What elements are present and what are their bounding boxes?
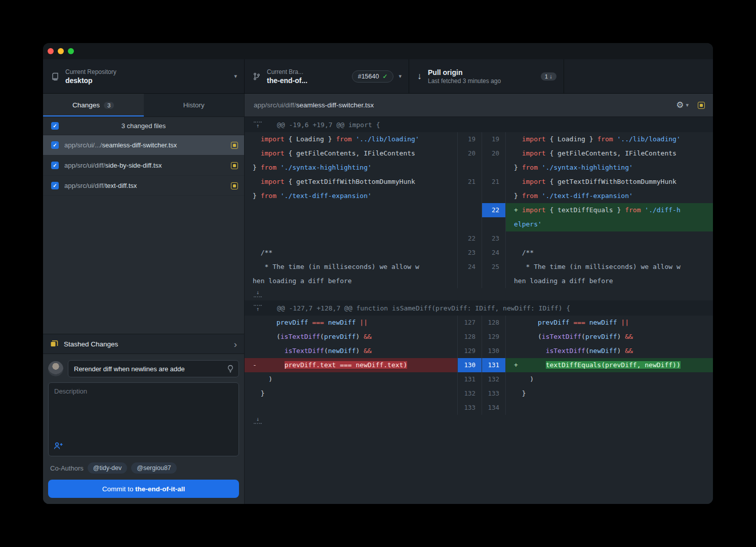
app-body: Changes 3 History ✓ 3 changed files ✓app… [43, 94, 713, 504]
new-line-number[interactable]: 21 [482, 175, 506, 189]
old-line-number[interactable]: 130 [457, 358, 482, 372]
diff-row: }132133 } [245, 386, 713, 401]
file-path-name: seamless-diff-switcher.tsx [296, 101, 374, 109]
branch-selector[interactable]: Current Bra... the-end-of... #15640 ✓ ▾ [245, 59, 409, 93]
sidebar-tabbar: Changes 3 History [43, 94, 244, 117]
new-line-number[interactable]: 134 [482, 401, 506, 415]
file-row[interactable]: ✓app/src/ui/diff/side-by-side-diff.tsx [43, 155, 244, 176]
new-line-number[interactable]: 19 [482, 132, 506, 146]
file-checkbox[interactable]: ✓ [51, 182, 59, 189]
old-line-number[interactable]: 24 [457, 260, 482, 274]
repository-label: Current Repository [65, 68, 229, 75]
new-line-number[interactable]: 25 [482, 260, 506, 274]
close-window-button[interactable] [48, 48, 54, 54]
new-line-number[interactable]: 24 [482, 246, 506, 260]
expand-down-button[interactable]: ↓ [253, 417, 263, 425]
new-line-number[interactable]: 130 [482, 344, 506, 358]
old-line-number[interactable]: 127 [457, 316, 482, 330]
minimize-window-button[interactable] [58, 48, 64, 54]
file-path: app/src/ui/diff/side-by-side-diff.tsx [64, 162, 225, 169]
old-line-number[interactable]: 133 [457, 401, 482, 415]
new-line-number[interactable]: 131 [482, 358, 506, 372]
new-line-number[interactable]: 133 [482, 386, 506, 401]
toolbar: Current Repository desktop ▾ Current Bra… [43, 59, 713, 94]
old-line-number[interactable]: 19 [457, 132, 482, 146]
diff-options-button[interactable]: ⚙ ▾ [676, 101, 689, 109]
pull-request-badge[interactable]: #15640 ✓ [352, 70, 394, 83]
new-line-number[interactable]: 23 [482, 231, 506, 246]
pull-origin-button[interactable]: ↓ Pull origin Last fetched 3 minutes ago… [409, 59, 564, 93]
summary-input[interactable] [68, 360, 239, 377]
tab-history[interactable]: History [144, 94, 245, 116]
lightbulb-icon[interactable] [226, 365, 234, 375]
old-line-number[interactable]: 131 [457, 372, 482, 386]
pull-request-number: #15640 [358, 73, 379, 80]
old-line-number[interactable]: 23 [457, 246, 482, 260]
new-line-number[interactable]: 20 [482, 146, 506, 161]
coauthor-badge[interactable]: @tidy-dev [88, 462, 127, 474]
diff-row: - prevDiff.text === newDiff.text)130131+… [245, 358, 713, 372]
branch-text: Current Bra... the-end-of... [267, 68, 347, 85]
old-line-number[interactable]: 21 [457, 175, 482, 189]
file-checkbox[interactable]: ✓ [51, 141, 59, 149]
new-code-cell: (isTextDiff(prevDiff) && [506, 330, 713, 344]
old-line-number[interactable] [457, 217, 482, 231]
commit-button[interactable]: Commit to the-end-of-it-all [48, 480, 239, 498]
diff-row: prevDiff === newDiff ||127128 prevDiff =… [245, 316, 713, 330]
new-code-cell: hen loading a diff before [506, 274, 713, 288]
file-row[interactable]: ✓app/src/ui/diff/text-diff.tsx [43, 176, 244, 196]
file-checkbox[interactable]: ✓ [51, 162, 59, 169]
file-row[interactable]: ✓app/src/ui/.../seamless-diff-switcher.t… [43, 135, 244, 155]
old-line-number[interactable]: 128 [457, 330, 482, 344]
new-line-number[interactable]: 132 [482, 372, 506, 386]
old-line-number[interactable]: 132 [457, 386, 482, 401]
new-code-cell: /** [506, 246, 713, 260]
expand-up-button[interactable]: ↑ [253, 304, 263, 312]
new-line-number[interactable]: 128 [482, 316, 506, 330]
old-line-number[interactable] [457, 274, 482, 288]
tab-changes[interactable]: Changes 3 [43, 94, 144, 116]
arrow-up-icon: ↑ [256, 307, 260, 312]
stashed-changes-row[interactable]: Stashed Changes › [43, 334, 244, 354]
old-line-number[interactable]: 20 [457, 146, 482, 161]
new-line-number[interactable]: 129 [482, 330, 506, 344]
new-line-number[interactable] [482, 217, 506, 231]
chevron-down-icon: ▾ [234, 73, 237, 80]
description-box [48, 382, 239, 456]
chevron-down-icon: ▾ [399, 73, 402, 80]
file-path-dir: app/src/ui/diff/ [254, 101, 296, 109]
diff-rows: ↑@@ -19,6 +19,7 @@ import { import { Loa… [245, 117, 713, 504]
new-code-cell: * The time (in milliseconds) we allow w [506, 260, 713, 274]
git-branch-icon [253, 72, 261, 81]
old-line-number[interactable] [457, 203, 482, 217]
old-code-cell: import { getFileContents, IFileContents [245, 146, 457, 161]
avatar [48, 361, 63, 376]
new-line-number[interactable] [482, 189, 506, 203]
diff-row: )131132 ) [245, 372, 713, 386]
diff-row: elpers' [245, 217, 713, 231]
old-line-number[interactable]: 22 [457, 231, 482, 246]
repo-icon [51, 72, 59, 81]
old-code-cell: ) [245, 372, 457, 386]
zoom-window-button[interactable] [68, 48, 74, 54]
repository-selector[interactable]: Current Repository desktop ▾ [43, 59, 245, 93]
old-line-number[interactable] [457, 189, 482, 203]
add-coauthor-icon[interactable] [54, 442, 63, 452]
summary-row [48, 360, 239, 377]
summary-wrap [68, 360, 239, 377]
changed-files-summary-row[interactable]: ✓ 3 changed files [43, 117, 244, 135]
old-line-number[interactable]: 129 [457, 344, 482, 358]
file-name: side-by-side-diff.tsx [105, 162, 162, 169]
diff-row: hen loading a diff beforehen loading a d… [245, 274, 713, 288]
new-line-number[interactable] [482, 274, 506, 288]
coauthor-badge[interactable]: @sergiou87 [131, 462, 177, 474]
diff-row: (isTextDiff(prevDiff) &&128129 (isTextDi… [245, 330, 713, 344]
chevron-down-icon: ▾ [686, 102, 689, 108]
new-line-number[interactable] [482, 161, 506, 175]
new-line-number[interactable]: 22 [482, 203, 506, 217]
expand-up-button[interactable]: ↑ [253, 121, 263, 129]
expand-down-button[interactable]: ↓ [253, 290, 263, 298]
old-line-number[interactable] [457, 161, 482, 175]
include-all-checkbox[interactable]: ✓ [51, 122, 59, 130]
description-input[interactable] [49, 383, 238, 440]
